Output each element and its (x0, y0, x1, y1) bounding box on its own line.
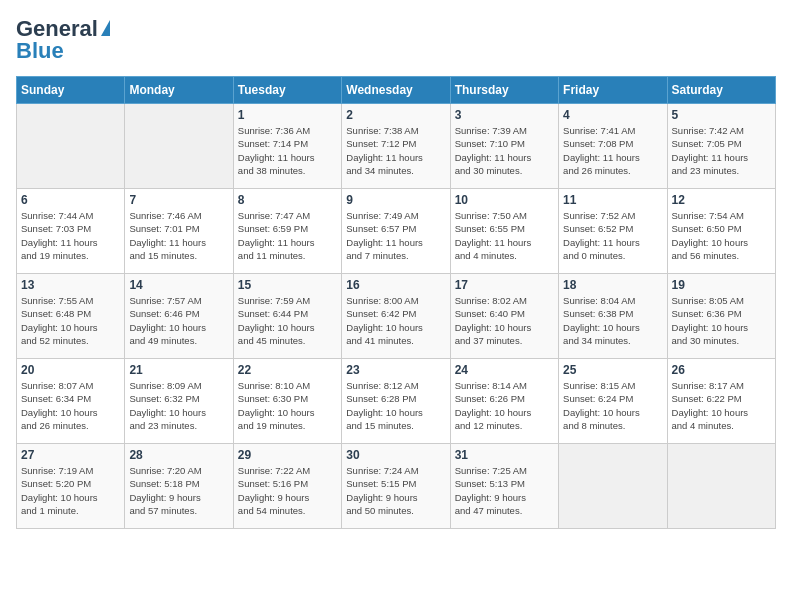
day-info: Sunrise: 7:55 AMSunset: 6:48 PMDaylight:… (21, 294, 120, 347)
day-number: 10 (455, 193, 554, 207)
calendar-cell: 1Sunrise: 7:36 AMSunset: 7:14 PMDaylight… (233, 104, 341, 189)
day-number: 3 (455, 108, 554, 122)
day-number: 27 (21, 448, 120, 462)
calendar-cell: 24Sunrise: 8:14 AMSunset: 6:26 PMDayligh… (450, 359, 558, 444)
day-number: 7 (129, 193, 228, 207)
day-number: 30 (346, 448, 445, 462)
day-number: 19 (672, 278, 771, 292)
day-number: 20 (21, 363, 120, 377)
day-info: Sunrise: 7:54 AMSunset: 6:50 PMDaylight:… (672, 209, 771, 262)
calendar-cell: 31Sunrise: 7:25 AMSunset: 5:13 PMDayligh… (450, 444, 558, 529)
day-number: 31 (455, 448, 554, 462)
day-info: Sunrise: 7:52 AMSunset: 6:52 PMDaylight:… (563, 209, 662, 262)
day-number: 13 (21, 278, 120, 292)
day-info: Sunrise: 7:57 AMSunset: 6:46 PMDaylight:… (129, 294, 228, 347)
day-info: Sunrise: 8:10 AMSunset: 6:30 PMDaylight:… (238, 379, 337, 432)
day-number: 15 (238, 278, 337, 292)
day-info: Sunrise: 7:25 AMSunset: 5:13 PMDaylight:… (455, 464, 554, 517)
calendar-cell: 6Sunrise: 7:44 AMSunset: 7:03 PMDaylight… (17, 189, 125, 274)
calendar-week-row: 1Sunrise: 7:36 AMSunset: 7:14 PMDaylight… (17, 104, 776, 189)
day-info: Sunrise: 7:24 AMSunset: 5:15 PMDaylight:… (346, 464, 445, 517)
day-info: Sunrise: 7:19 AMSunset: 5:20 PMDaylight:… (21, 464, 120, 517)
calendar-cell: 11Sunrise: 7:52 AMSunset: 6:52 PMDayligh… (559, 189, 667, 274)
weekday-header-row: SundayMondayTuesdayWednesdayThursdayFrid… (17, 77, 776, 104)
calendar-cell: 12Sunrise: 7:54 AMSunset: 6:50 PMDayligh… (667, 189, 775, 274)
page-header: General Blue (16, 16, 776, 64)
calendar-cell: 29Sunrise: 7:22 AMSunset: 5:16 PMDayligh… (233, 444, 341, 529)
calendar-cell (559, 444, 667, 529)
logo-triangle-icon (101, 20, 110, 36)
day-info: Sunrise: 7:22 AMSunset: 5:16 PMDaylight:… (238, 464, 337, 517)
day-info: Sunrise: 8:00 AMSunset: 6:42 PMDaylight:… (346, 294, 445, 347)
day-number: 9 (346, 193, 445, 207)
day-info: Sunrise: 8:15 AMSunset: 6:24 PMDaylight:… (563, 379, 662, 432)
day-info: Sunrise: 7:41 AMSunset: 7:08 PMDaylight:… (563, 124, 662, 177)
calendar-cell (17, 104, 125, 189)
day-info: Sunrise: 7:20 AMSunset: 5:18 PMDaylight:… (129, 464, 228, 517)
day-info: Sunrise: 7:46 AMSunset: 7:01 PMDaylight:… (129, 209, 228, 262)
calendar-cell: 4Sunrise: 7:41 AMSunset: 7:08 PMDaylight… (559, 104, 667, 189)
calendar-week-row: 13Sunrise: 7:55 AMSunset: 6:48 PMDayligh… (17, 274, 776, 359)
day-info: Sunrise: 7:42 AMSunset: 7:05 PMDaylight:… (672, 124, 771, 177)
calendar-week-row: 27Sunrise: 7:19 AMSunset: 5:20 PMDayligh… (17, 444, 776, 529)
logo: General Blue (16, 16, 110, 64)
day-info: Sunrise: 8:04 AMSunset: 6:38 PMDaylight:… (563, 294, 662, 347)
calendar-cell: 28Sunrise: 7:20 AMSunset: 5:18 PMDayligh… (125, 444, 233, 529)
calendar-cell: 16Sunrise: 8:00 AMSunset: 6:42 PMDayligh… (342, 274, 450, 359)
day-number: 5 (672, 108, 771, 122)
weekday-header-wednesday: Wednesday (342, 77, 450, 104)
day-number: 21 (129, 363, 228, 377)
calendar-cell: 9Sunrise: 7:49 AMSunset: 6:57 PMDaylight… (342, 189, 450, 274)
calendar-cell: 13Sunrise: 7:55 AMSunset: 6:48 PMDayligh… (17, 274, 125, 359)
weekday-header-tuesday: Tuesday (233, 77, 341, 104)
calendar-cell: 20Sunrise: 8:07 AMSunset: 6:34 PMDayligh… (17, 359, 125, 444)
weekday-header-thursday: Thursday (450, 77, 558, 104)
day-number: 11 (563, 193, 662, 207)
calendar-cell: 15Sunrise: 7:59 AMSunset: 6:44 PMDayligh… (233, 274, 341, 359)
day-number: 12 (672, 193, 771, 207)
day-info: Sunrise: 7:44 AMSunset: 7:03 PMDaylight:… (21, 209, 120, 262)
calendar-cell (125, 104, 233, 189)
day-number: 28 (129, 448, 228, 462)
day-info: Sunrise: 7:47 AMSunset: 6:59 PMDaylight:… (238, 209, 337, 262)
day-info: Sunrise: 8:05 AMSunset: 6:36 PMDaylight:… (672, 294, 771, 347)
day-number: 4 (563, 108, 662, 122)
calendar-cell (667, 444, 775, 529)
day-info: Sunrise: 8:12 AMSunset: 6:28 PMDaylight:… (346, 379, 445, 432)
calendar-cell: 26Sunrise: 8:17 AMSunset: 6:22 PMDayligh… (667, 359, 775, 444)
calendar-cell: 18Sunrise: 8:04 AMSunset: 6:38 PMDayligh… (559, 274, 667, 359)
weekday-header-friday: Friday (559, 77, 667, 104)
day-info: Sunrise: 8:07 AMSunset: 6:34 PMDaylight:… (21, 379, 120, 432)
calendar-cell: 22Sunrise: 8:10 AMSunset: 6:30 PMDayligh… (233, 359, 341, 444)
day-number: 2 (346, 108, 445, 122)
calendar-cell: 10Sunrise: 7:50 AMSunset: 6:55 PMDayligh… (450, 189, 558, 274)
calendar-cell: 30Sunrise: 7:24 AMSunset: 5:15 PMDayligh… (342, 444, 450, 529)
day-info: Sunrise: 8:09 AMSunset: 6:32 PMDaylight:… (129, 379, 228, 432)
day-info: Sunrise: 7:50 AMSunset: 6:55 PMDaylight:… (455, 209, 554, 262)
weekday-header-monday: Monday (125, 77, 233, 104)
weekday-header-sunday: Sunday (17, 77, 125, 104)
weekday-header-saturday: Saturday (667, 77, 775, 104)
day-number: 24 (455, 363, 554, 377)
day-number: 25 (563, 363, 662, 377)
day-info: Sunrise: 8:14 AMSunset: 6:26 PMDaylight:… (455, 379, 554, 432)
calendar-cell: 21Sunrise: 8:09 AMSunset: 6:32 PMDayligh… (125, 359, 233, 444)
day-number: 14 (129, 278, 228, 292)
calendar-cell: 23Sunrise: 8:12 AMSunset: 6:28 PMDayligh… (342, 359, 450, 444)
day-number: 18 (563, 278, 662, 292)
day-number: 16 (346, 278, 445, 292)
day-info: Sunrise: 8:02 AMSunset: 6:40 PMDaylight:… (455, 294, 554, 347)
day-number: 6 (21, 193, 120, 207)
day-info: Sunrise: 7:39 AMSunset: 7:10 PMDaylight:… (455, 124, 554, 177)
calendar-cell: 8Sunrise: 7:47 AMSunset: 6:59 PMDaylight… (233, 189, 341, 274)
calendar-table: SundayMondayTuesdayWednesdayThursdayFrid… (16, 76, 776, 529)
calendar-cell: 14Sunrise: 7:57 AMSunset: 6:46 PMDayligh… (125, 274, 233, 359)
calendar-week-row: 20Sunrise: 8:07 AMSunset: 6:34 PMDayligh… (17, 359, 776, 444)
day-number: 8 (238, 193, 337, 207)
calendar-cell: 5Sunrise: 7:42 AMSunset: 7:05 PMDaylight… (667, 104, 775, 189)
calendar-cell: 2Sunrise: 7:38 AMSunset: 7:12 PMDaylight… (342, 104, 450, 189)
day-info: Sunrise: 7:49 AMSunset: 6:57 PMDaylight:… (346, 209, 445, 262)
calendar-cell: 27Sunrise: 7:19 AMSunset: 5:20 PMDayligh… (17, 444, 125, 529)
day-info: Sunrise: 7:59 AMSunset: 6:44 PMDaylight:… (238, 294, 337, 347)
calendar-cell: 19Sunrise: 8:05 AMSunset: 6:36 PMDayligh… (667, 274, 775, 359)
